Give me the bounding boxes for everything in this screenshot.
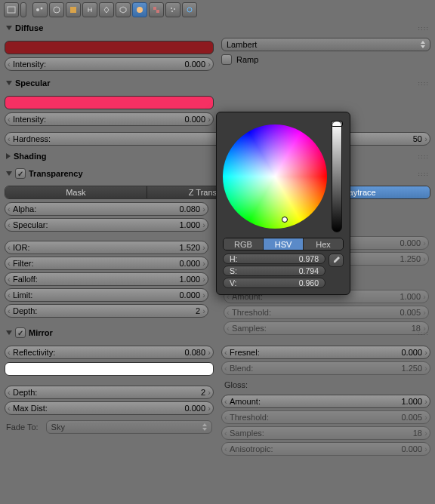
ior-field[interactable]: IOR:1.520 [5,241,208,254]
fadeto-select[interactable]: Sky [46,420,212,434]
svg-point-5 [137,7,143,13]
panel-grip-icon[interactable]: :::: [418,171,429,177]
s-field[interactable]: S:0.794 [223,266,325,276]
svg-point-9 [174,8,175,10]
hsv-cursor[interactable] [282,217,288,223]
mirror-color[interactable] [5,362,214,376]
value-slider[interactable] [332,121,342,232]
collapse-icon [6,26,12,30]
color-picker-popup: RGB HSV Hex H:0.978 S:0.794 V:0.960 [216,112,350,295]
svg-point-10 [171,11,173,12]
svg-point-1 [36,8,39,11]
mdepth-field[interactable]: Depth:2 [5,386,214,399]
diffuse-title: Diffuse [15,23,43,32]
tsamples-field[interactable]: Samples:18 [224,321,429,335]
mthreshold-field[interactable]: Threshold:0.005 [221,410,430,424]
eyedropper-button[interactable] [329,254,344,267]
mirror-enable[interactable] [15,327,26,338]
value-handle[interactable] [331,121,343,127]
ramp-checkbox[interactable] [221,54,232,65]
depth-field[interactable]: Depth:2 [5,304,208,318]
ramp-label: Ramp [236,55,258,64]
tb-constraint-icon[interactable] [82,2,97,17]
tb-world-icon[interactable] [49,2,64,17]
tab-mask[interactable]: Mask [5,186,147,198]
tb-expand-icon[interactable] [20,2,26,17]
v-field[interactable]: V:0.960 [223,278,325,288]
mamount-field[interactable]: Amount:1.000 [221,395,430,408]
tb-particles-icon[interactable] [165,2,180,17]
svg-point-8 [171,8,172,9]
tb-data-icon[interactable] [116,2,131,17]
svg-point-3 [54,7,60,13]
diffuse-shader-select[interactable]: Lambert [221,38,430,51]
falloff-field[interactable]: Falloff:1.000 [5,272,208,286]
svg-rect-7 [156,10,159,13]
specular-color[interactable] [5,96,214,109]
picker-mode-tabs: RGB HSV Hex [223,238,344,250]
tb-physics-icon[interactable] [182,2,197,17]
transparency-title: Transparency [29,169,83,178]
collapse-icon [6,81,12,85]
context-toolbar [0,0,435,20]
msamples-field[interactable]: Samples:18 [221,426,430,440]
collapse-icon [6,330,12,335]
svg-rect-0 [8,7,15,13]
filter-field[interactable]: Filter:0.000 [5,257,208,270]
limit-field[interactable]: Limit:0.000 [5,288,208,302]
mode-hsv[interactable]: HSV [264,238,304,250]
transparency-enable[interactable] [15,168,26,179]
specular-header[interactable]: Specular :::: [5,75,430,91]
shading-title: Shading [14,152,46,161]
tb-material-icon[interactable] [132,2,147,17]
diffuse-header[interactable]: Diffuse :::: [5,20,430,36]
alpha-field[interactable]: Alpha:0.080 [5,202,208,216]
svg-rect-6 [153,7,156,10]
panel-grip-icon[interactable]: :::: [418,153,429,160]
maxdist-field[interactable]: Max Dist:0.000 [5,401,214,415]
tb-object-icon[interactable] [66,2,81,17]
h-field[interactable]: H:0.978 [223,254,325,264]
tthreshold-field[interactable]: Threshold:0.005 [224,306,429,319]
svg-rect-4 [70,7,76,13]
diffuse-intensity[interactable]: Intensity: 0.000 [5,57,214,71]
panel-grip-icon[interactable]: :::: [418,25,429,32]
collapse-icon [6,153,11,159]
specular-intensity[interactable]: Intensity: 0.000 [5,112,214,126]
mblend-field[interactable]: Blend:1.250 [221,361,430,375]
gloss-label: Gloss: [221,377,430,392]
aniso-field[interactable]: Anisotropic:0.000 [221,442,430,456]
panel-grip-icon[interactable]: :::: [418,80,429,87]
svg-point-2 [41,8,43,10]
mode-hex[interactable]: Hex [304,238,343,250]
tb-render-icon[interactable] [4,2,19,17]
tb-texture-icon[interactable] [149,2,164,17]
tb-modifier-icon[interactable] [99,2,114,17]
fadeto-label: Fade To: [6,420,42,434]
svg-point-11 [187,8,192,12]
mfresnel-field[interactable]: Fresnel:0.000 [221,346,430,359]
specular-title: Specular [15,78,50,88]
tspecular-field[interactable]: Specular:1.000 [5,218,208,232]
mode-rgb[interactable]: RGB [224,238,264,250]
diffuse-color[interactable] [5,41,214,54]
collapse-icon [6,171,12,176]
mirror-title: Mirror [29,328,53,337]
hsv-wheel[interactable] [223,124,327,229]
tb-scene-icon[interactable] [32,2,48,17]
reflectivity-field[interactable]: Reflectivity:0.080 [5,346,214,359]
